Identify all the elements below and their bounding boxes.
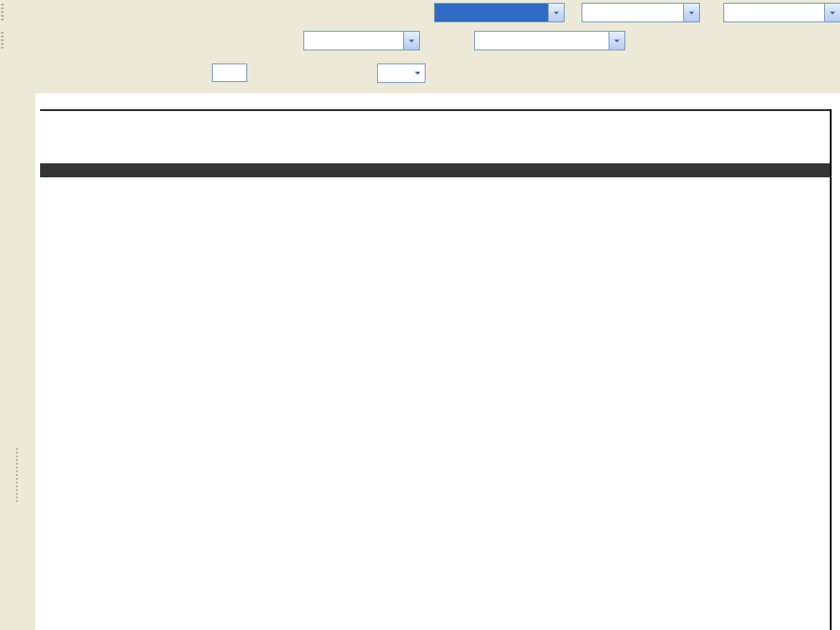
columns-dropdown[interactable] xyxy=(474,31,625,50)
toolbar-grip xyxy=(1,4,4,22)
chevron-down-icon[interactable] xyxy=(609,32,624,49)
chevron-down-icon[interactable] xyxy=(403,32,419,49)
group-dropdown[interactable] xyxy=(723,3,840,22)
zoom-level-value xyxy=(378,64,410,82)
page-top-border xyxy=(40,109,830,111)
chevron-down-icon[interactable] xyxy=(683,4,699,21)
toolbar-grip xyxy=(1,32,4,50)
main-toolbar xyxy=(0,0,840,26)
preview-toolbar xyxy=(35,56,840,93)
report-preview-page[interactable] xyxy=(35,93,840,630)
group-dropdown-value xyxy=(724,4,824,21)
page-right-border xyxy=(830,109,832,630)
page-number-input[interactable] xyxy=(212,63,247,82)
zoom-level-dropdown[interactable] xyxy=(377,63,426,83)
view-bar xyxy=(0,51,35,630)
report-bar xyxy=(0,26,840,56)
table-header-row xyxy=(40,163,830,177)
filter-dropdown[interactable] xyxy=(434,3,565,22)
view-bar-grip xyxy=(16,448,18,504)
chevron-down-icon[interactable] xyxy=(824,4,840,21)
chevron-down-icon[interactable] xyxy=(410,64,425,82)
report-dropdown[interactable] xyxy=(303,31,420,50)
sort-dropdown[interactable] xyxy=(581,3,700,22)
chevron-down-icon[interactable] xyxy=(548,4,564,21)
report-dropdown-value xyxy=(304,32,403,49)
sort-dropdown-value xyxy=(582,4,683,21)
columns-dropdown-value xyxy=(475,32,609,49)
filter-dropdown-value xyxy=(435,4,548,21)
